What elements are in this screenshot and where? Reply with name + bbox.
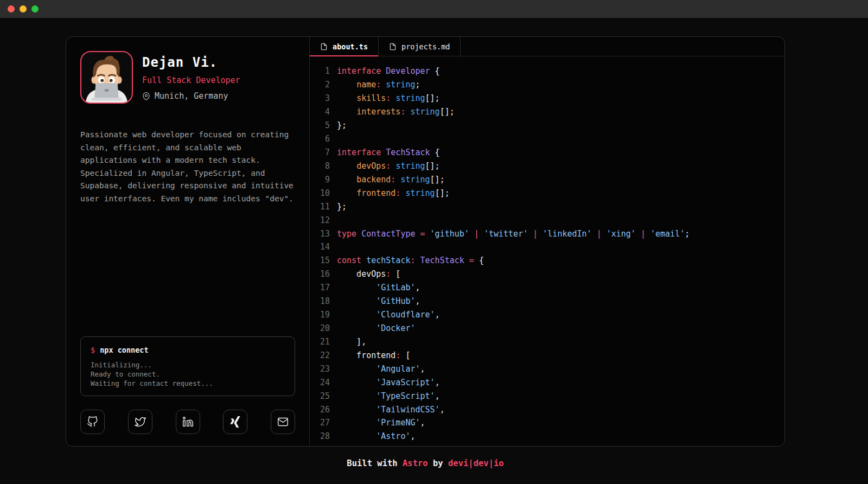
line-number: 14	[317, 242, 330, 252]
code-line: 28 'Astro',	[317, 430, 784, 443]
window-titlebar	[0, 0, 868, 18]
terminal-command: npx connect	[100, 346, 148, 354]
code-line: 10 frontend: string[];	[317, 186, 784, 200]
tab-label: about.ts	[333, 42, 368, 51]
code-line: 14	[317, 240, 784, 254]
avatar	[80, 51, 133, 104]
code-line: 21 ],	[317, 335, 784, 348]
code-line: 2 name: string;	[317, 78, 784, 92]
tab-about-ts[interactable]: about.ts	[310, 37, 379, 56]
code-line: 9 backend: string[];	[317, 173, 784, 186]
profile-location: Munich, Germany	[142, 91, 240, 101]
mail-icon	[277, 416, 289, 428]
line-number: 2	[317, 80, 330, 90]
code-line: 26 'TailwindCSS',	[317, 403, 784, 416]
code-line: 12	[317, 213, 784, 227]
line-number: 13	[317, 229, 330, 239]
social-button-xing[interactable]	[223, 410, 247, 434]
code-text: };	[337, 202, 347, 212]
code-text: backend: string[];	[337, 175, 445, 184]
code-line: 5};	[317, 119, 784, 132]
line-number: 23	[317, 364, 330, 374]
location-text: Munich, Germany	[155, 91, 228, 101]
terminal-output-line: Ready to connect.	[91, 370, 285, 379]
code-line: 19 'Cloudflare',	[317, 308, 784, 322]
footer-by: by	[428, 458, 448, 468]
github-icon	[87, 416, 98, 428]
code-text: ],	[337, 337, 366, 347]
code-text: 'PrimeNG',	[337, 418, 425, 428]
editor-panel: about.tsprojects.md 1interface Developer…	[310, 37, 784, 446]
line-number: 6	[317, 134, 330, 144]
code-text: devOps: string[];	[337, 161, 440, 171]
line-number: 20	[317, 323, 330, 333]
code-text: devOps: [	[337, 269, 400, 279]
tab-bar: about.tsprojects.md	[310, 37, 784, 56]
line-number: 27	[317, 418, 330, 428]
code-text: interface Developer {	[337, 66, 440, 76]
line-number: 4	[317, 107, 330, 117]
code-line: 24 'JavaScript',	[317, 375, 784, 389]
social-button-email[interactable]	[271, 410, 295, 434]
line-number: 5	[317, 120, 330, 130]
code-text: 'Docker'	[337, 323, 416, 333]
tab-label: projects.md	[401, 42, 450, 51]
line-number: 12	[317, 215, 330, 225]
code-text: frontend: string[];	[337, 188, 450, 198]
code-line: 18 'GitHub',	[317, 295, 784, 308]
terminal-command-line: $npx connect	[91, 346, 285, 354]
traffic-light-close[interactable]	[8, 5, 15, 12]
code-line: 23 'Angular',	[317, 362, 784, 375]
code-text: };	[337, 120, 347, 130]
file-icon	[320, 43, 328, 50]
footer-astro-link[interactable]: Astro	[403, 458, 428, 468]
memoji-avatar-graphic	[81, 52, 132, 103]
profile-header: Dejan Vi. Full Stack Developer Munich, G…	[80, 51, 295, 104]
social-button-twitter[interactable]	[128, 410, 152, 434]
terminal-output-line: Initializing...	[91, 360, 285, 370]
code-text: name: string;	[337, 80, 420, 90]
profile-name: Dejan Vi.	[142, 55, 240, 70]
line-number: 26	[317, 405, 330, 415]
file-icon	[389, 43, 397, 50]
code-text: 'TypeScript',	[337, 391, 440, 401]
line-number: 18	[317, 296, 330, 306]
code-line: 6	[317, 132, 784, 146]
footer-brand-link[interactable]: devi|dev|io	[448, 458, 504, 468]
code-line: 1interface Developer {	[317, 65, 784, 78]
traffic-light-zoom[interactable]	[31, 5, 39, 12]
code-line: 22 frontend: [	[317, 348, 784, 362]
traffic-light-minimize[interactable]	[20, 5, 27, 12]
code-text: type ContactType = 'github' | 'twitter' …	[337, 229, 690, 239]
code-text: 'TailwindCSS',	[337, 405, 445, 415]
code-line: 27 'PrimeNG',	[317, 416, 784, 430]
linkedin-icon	[182, 416, 194, 428]
social-button-linkedin[interactable]	[176, 410, 200, 434]
code-text: 'Astro',	[337, 431, 416, 441]
profile-role: Full Stack Developer	[142, 75, 240, 85]
line-number: 19	[317, 310, 330, 320]
code-text: interface TechStack {	[337, 148, 440, 157]
code-line: 16 devOps: [	[317, 268, 784, 281]
line-number: 17	[317, 283, 330, 292]
social-button-github[interactable]	[80, 410, 105, 434]
code-text: 'Angular',	[337, 364, 425, 374]
map-pin-icon	[142, 92, 150, 100]
portfolio-window: Dejan Vi. Full Stack Developer Munich, G…	[66, 36, 785, 447]
line-number: 11	[317, 202, 330, 212]
code-line: 20 'Docker'	[317, 322, 784, 335]
terminal-output-line: Waiting for contact request...	[91, 379, 285, 388]
code-line: 4 interests: string[];	[317, 105, 784, 119]
code-line: 8 devOps: string[];	[317, 159, 784, 173]
line-number: 7	[317, 148, 330, 157]
code-line: 15const techStack: TechStack = {	[317, 254, 784, 268]
footer: Built with Astro by devi|dev|io	[66, 458, 785, 468]
tab-projects-md[interactable]: projects.md	[379, 37, 461, 56]
code-text: skills: string[];	[337, 93, 440, 103]
xing-icon	[229, 416, 241, 428]
line-number: 8	[317, 161, 330, 171]
line-number: 28	[317, 431, 330, 441]
terminal-box: $npx connect Initializing...Ready to con…	[80, 336, 295, 396]
code-line: 11};	[317, 200, 784, 213]
footer-built-with: Built with	[347, 458, 403, 468]
